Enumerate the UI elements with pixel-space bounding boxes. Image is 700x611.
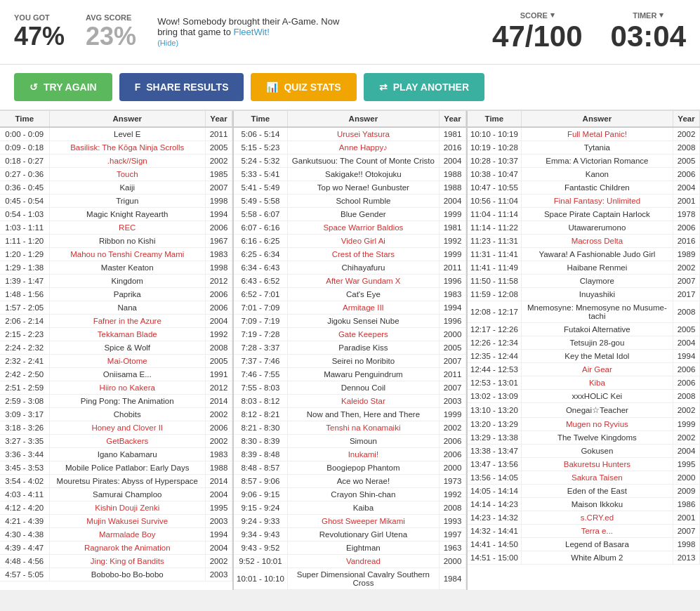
table-row: 13:20 - 13:29Mugen no Ryvius1999 [468,418,700,431]
table-row: 2:06 - 2:14Fafner in the Azure2004 [0,315,232,328]
table-row: 7:55 - 8:03Dennou Coil2007 [234,381,466,395]
you-got-value: 47% [14,22,65,51]
table-row: 5:49 - 5:58School Rumble2004 [234,195,466,208]
col-group-3: Time Answer Year 10:10 - 10:19Full Metal… [468,111,700,590]
th-year-2: Year [440,111,466,127]
table-row: 13:47 - 13:56Bakuretsu Hunters1995 [468,458,700,471]
table-row: 7:01 - 7:09Armitage III1994 [234,301,466,315]
table-row: 4:03 - 4:11Samurai Champloo2004 [0,488,232,501]
avg-score-label: AVG SCORE [86,13,136,22]
th-answer-1: Answer [49,111,206,127]
table-row: 2:59 - 3:08Ping Pong: The Animation2014 [0,395,232,408]
th-time-1: Time [0,111,49,127]
table-row: 5:41 - 5:49Top wo Nerae! Gunbuster1988 [234,181,466,195]
table-row: 14:51 - 15:00White Album 22013 [468,551,700,565]
table-row: 9:52 - 10:01Vandread2000 [234,555,466,568]
avg-score: AVG SCORE 23% [86,13,136,51]
table-row: 6:07 - 6:16Space Warrior Baldios1981 [234,221,466,235]
try-again-button[interactable]: ↺ TRY AGAIN [14,73,112,101]
table-row: 11:41 - 11:49Haibane Renmei2002 [468,261,700,275]
table-row: 9:24 - 9:33Ghost Sweeper Mikami1993 [234,515,466,528]
table-3: Time Answer Year 10:10 - 10:19Full Metal… [468,111,700,565]
refresh-icon: ↺ [29,81,38,93]
table-row: 5:24 - 5:32Gankutsuou: The Count of Mont… [234,155,466,168]
table-row: 0:36 - 0:45Kaiji2007 [0,181,232,195]
table-row: 0:54 - 1:03Magic Knight Rayearth1994 [0,208,232,221]
table-row: 10:10 - 10:19Full Metal Panic!2002 [468,127,700,141]
th-answer-3: Answer [521,111,673,127]
table-row: 14:41 - 14:50Legend of Basara1998 [468,538,700,551]
table-row: 1:11 - 1:20Ribbon no Kishi1967 [0,235,232,248]
timer-chevron-icon: ▾ [659,11,663,20]
table-row: 14:32 - 14:41Terra e...2007 [468,525,700,538]
th-year-3: Year [673,111,700,127]
motivational-text: Wow! Somebody brought their A-Game. Now … [157,16,340,48]
table-row: 6:25 - 6:34Crest of the Stars1999 [234,248,466,261]
table-row: 3:27 - 3:35GetBackers2002 [0,435,232,448]
score-box: SCORE ▾ 47/100 [492,11,582,53]
table-row: 3:18 - 3:26Honey and Clover II2006 [0,421,232,435]
table-row: 1:48 - 1:56Paprika2006 [0,288,232,301]
table-row: 12:17 - 12:26Futakoi Alternative2005 [468,323,700,336]
fleetwit-link[interactable]: FleetWit! [234,27,270,37]
table-row: 12:08 - 12:17Mnemosyne: Mnemosyne no Mus… [468,301,700,323]
table-row: 0:09 - 0:18Basilisk: The Kōga Ninja Scro… [0,141,232,155]
table-row: 11:59 - 12:08Inuyashiki2017 [468,288,700,301]
table-1: Time Answer Year 0:00 - 0:09Level E2011 … [0,111,232,582]
table-row: 7:28 - 3:37Paradise Kiss2005 [234,341,466,355]
th-time-2: Time [234,111,287,127]
score-chevron-icon: ▾ [550,11,555,20]
results-table-container: Time Answer Year 0:00 - 0:09Level E2011 … [0,111,700,590]
table-row: 5:33 - 5:41Sakigake!! Otokojuku1988 [234,168,466,181]
table-2: Time Answer Year 5:06 - 5:14Urusei Yatsu… [234,111,466,590]
col-group-1: Time Answer Year 0:00 - 0:09Level E2011 … [0,111,232,590]
table-row: 6:43 - 6:52After War Gundam X1996 [234,275,466,288]
you-got: YOU GOT 47% [14,13,65,51]
table-row: 4:12 - 4:20Kishin Douji Zenki1995 [0,501,232,515]
table-row: 10:19 - 10:28Tytania2008 [468,141,700,155]
table-row: 3:45 - 3:53Mobile Police Patlabor: Early… [0,461,232,475]
table-row: 6:34 - 6:43Chihayafuru2011 [234,261,466,275]
table-row: 5:06 - 5:14Urusei Yatsura1981 [234,127,466,141]
play-another-button[interactable]: ⇄ PLAY ANOTHER [364,73,484,101]
table-row: 0:18 - 0:27.hack//Sign2002 [0,155,232,168]
table-row: 7:46 - 7:55Mawaru Penguindrum2011 [234,368,466,381]
avg-score-value: 23% [86,22,136,51]
table-row: 8:21 - 8:30Tenshi na Konamaiki2002 [234,421,466,435]
table-row: 6:52 - 7:01Cat's Eye1983 [234,288,466,301]
share-results-button[interactable]: f SHARE RESULTS [119,73,244,101]
table-row: 12:53 - 13:01Kiba2006 [468,376,700,390]
table-row: 8:48 - 8:57Boogiepop Phantom2000 [234,461,466,475]
table-row: 2:24 - 2:32Spice & Wolf2008 [0,341,232,355]
th-answer-2: Answer [287,111,439,127]
table-row: 4:30 - 4:38Marmalade Boy1994 [0,528,232,541]
top-bar: YOU GOT 47% AVG SCORE 23% Wow! Somebody … [0,0,700,65]
table-row: 0:00 - 0:09Level E2011 [0,127,232,141]
table-row: 8:03 - 8:12Kaleido Star2003 [234,395,466,408]
th-year-1: Year [206,111,232,127]
quiz-stats-button[interactable]: 📊 QUIZ STATS [251,73,356,101]
table-row: 3:36 - 3:44Igano Kabamaru1983 [0,448,232,461]
table-row: 13:38 - 13:47Gokusen2004 [468,445,700,458]
table-row: 1:39 - 1:47Kingdom2012 [0,275,232,288]
table-row: 12:26 - 12:34Tetsujin 28-gou2004 [468,336,700,350]
timer-label: TIMER ▾ [633,11,663,20]
table-row: 4:57 - 5:05Bobobo-bo Bo-bobo2003 [0,568,232,582]
table-row: 7:09 - 7:19Jigoku Sensei Nube1996 [234,315,466,328]
buttons-bar: ↺ TRY AGAIN f SHARE RESULTS 📊 QUIZ STATS… [0,65,700,111]
table-row: 9:06 - 9:15Crayon Shin-chan1992 [234,488,466,501]
table-row: 8:39 - 8:48Inukami!2006 [234,448,466,461]
table-row: 14:14 - 14:23Maison Ikkoku1986 [468,498,700,511]
table-row: 1:29 - 1:38Master Keaton1998 [0,261,232,275]
table-row: 4:48 - 4:56Jing: King of Bandits2002 [0,555,232,568]
th-time-3: Time [468,111,521,127]
table-row: 1:57 - 2:05Nana2006 [0,301,232,315]
table-row: 12:44 - 12:53Air Gear2006 [468,363,700,376]
hide-link[interactable]: (Hide) [157,39,178,47]
table-row: 14:05 - 14:14Eden of the East2009 [468,485,700,498]
table-row: 2:32 - 2:41Mai-Otome2005 [0,355,232,368]
table-row: 0:45 - 0:54Trigun1998 [0,195,232,208]
table-row: 13:02 - 13:09xxxHOLiC Kei2008 [468,390,700,403]
timer-value: 03:04 [611,20,686,53]
table-row: 11:50 - 11:58Claymore2007 [468,275,700,288]
